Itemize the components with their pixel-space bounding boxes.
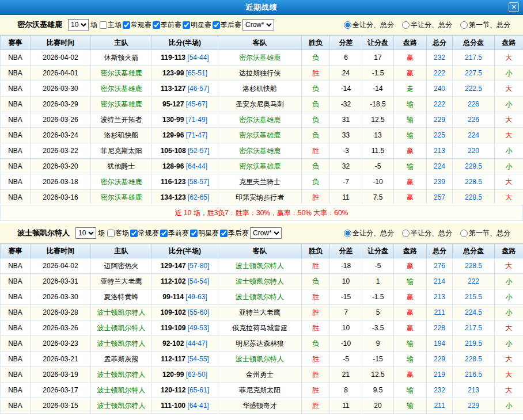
total-cell: 213 xyxy=(427,289,453,305)
league-cell: NBA xyxy=(1,367,31,383)
game-row: NBA2026-03-30夏洛特黄蜂99-114 [49-63]波士顿凯尔特人胜… xyxy=(1,289,523,305)
diff-cell: -32 xyxy=(330,97,362,112)
handicap-cell: -10 xyxy=(362,174,394,190)
diff-cell: 33 xyxy=(330,128,362,143)
result-cell: 胜 xyxy=(302,289,330,305)
checkbox-input[interactable] xyxy=(123,21,130,29)
result-cell: 胜 xyxy=(302,190,330,205)
game-row: NBA2026-03-18密尔沃基雄鹿116-123 [58-57]克里夫兰骑士… xyxy=(1,174,523,190)
away-team-cell: 波士顿凯尔特人 xyxy=(218,274,302,289)
games-unit-label: 场 xyxy=(90,20,97,30)
total-cell: 211 xyxy=(427,398,453,414)
total-cell: 276 xyxy=(427,258,453,274)
radio-label: 半让分、总分 xyxy=(411,228,452,238)
filter-checkbox[interactable]: 明星赛 xyxy=(183,20,211,30)
total-cell: 257 xyxy=(427,190,453,205)
table-body: NBA2026-04-02迈阿密热火129-147 [57-80]波士顿凯尔特人… xyxy=(1,258,523,414)
checkbox-input[interactable] xyxy=(160,230,168,237)
checkbox-input[interactable] xyxy=(183,21,190,29)
result-cell: 胜 xyxy=(302,66,330,81)
league-cell: NBA xyxy=(1,174,31,190)
games-count-select[interactable]: 10 xyxy=(75,227,96,239)
result-cell: 负 xyxy=(302,97,330,112)
away-team-cell: 俄克拉荷马城雷霆 xyxy=(218,320,302,336)
odds-type-radio[interactable]: 全让分、总分 xyxy=(344,20,394,30)
checkbox-label: 常规赛 xyxy=(138,228,159,238)
handicap-cell: 7.5 xyxy=(362,190,394,205)
checkbox-input[interactable] xyxy=(153,21,160,29)
total-line-cell: 217.5 xyxy=(453,50,495,66)
checkbox-input[interactable] xyxy=(130,230,138,237)
checkbox-label: 主场 xyxy=(108,20,122,30)
handicap-result-cell: 输 xyxy=(394,398,427,414)
full-score: 134-123 xyxy=(161,193,186,201)
filter-checkbox[interactable]: 明星赛 xyxy=(190,228,219,238)
filter-checkbox[interactable]: 客场 xyxy=(107,228,129,238)
radio-input[interactable] xyxy=(344,230,351,237)
total-line-cell: 228.5 xyxy=(453,190,495,205)
away-team-cell: 亚特兰大老鹰 xyxy=(218,305,302,320)
team-name: 密尔沃基雄鹿 xyxy=(17,20,62,30)
league-cell: NBA xyxy=(1,320,31,336)
total-cell: 222 xyxy=(427,66,453,81)
total-line-cell: 226 xyxy=(453,112,495,128)
bookmaker-select[interactable]: Crow* xyxy=(250,227,282,239)
diff-cell: -18 xyxy=(330,258,362,274)
odds-type-radio[interactable]: 半让分、总分 xyxy=(402,20,452,30)
radio-input[interactable] xyxy=(344,21,351,29)
column-header: 客队 xyxy=(218,244,302,258)
game-row: NBA2026-03-30密尔沃基雄鹿113-127 [46-57]洛杉矶快船负… xyxy=(1,81,523,97)
filter-checkbox[interactable]: 季后赛 xyxy=(213,20,241,30)
ou-result-cell: 大 xyxy=(495,190,523,205)
result-cell: 负 xyxy=(302,174,330,190)
section-boston-celtics: 波士顿凯尔特人 10 场 客场常规赛季前赛明星赛季后赛 Crow* 全让分、总分… xyxy=(0,223,523,414)
odds-type-radio[interactable]: 第一节、总分 xyxy=(460,228,510,238)
score-cell: 120-99 [63-50] xyxy=(152,367,218,383)
diff-cell: 10 xyxy=(330,320,362,336)
away-team-cell: 波士顿凯尔特人 xyxy=(218,258,302,274)
games-count-select[interactable]: 10 xyxy=(68,19,89,30)
home-team-cell: 波士顿凯尔特人 xyxy=(91,398,152,414)
filter-checkbox[interactable]: 常规赛 xyxy=(123,20,151,30)
column-header: 盘路 xyxy=(394,36,427,50)
full-score: 129-147 xyxy=(161,262,186,270)
date-cell: 2026-04-02 xyxy=(31,50,91,66)
date-cell: 2026-03-22 xyxy=(31,143,91,159)
total-cell: 229 xyxy=(427,352,453,367)
score-cell: 123-99 [65-51] xyxy=(152,66,218,81)
odds-type-radio[interactable]: 第一节、总分 xyxy=(460,20,510,30)
radio-input[interactable] xyxy=(402,230,410,237)
handicap-result-cell: 赢 xyxy=(394,305,427,320)
home-team-cell: 波特兰开拓者 xyxy=(91,112,152,128)
radio-input[interactable] xyxy=(460,230,468,237)
handicap-cell: -18.5 xyxy=(362,97,394,112)
radio-input[interactable] xyxy=(460,21,468,29)
filter-checkbox[interactable]: 主场 xyxy=(100,20,122,30)
full-score: 99-114 xyxy=(162,293,184,301)
half-score: [65-51] xyxy=(186,69,207,77)
filter-checkbox[interactable]: 季前赛 xyxy=(160,228,189,238)
dialog-titlebar: 近期战绩 ✕ xyxy=(0,0,523,15)
close-icon[interactable]: ✕ xyxy=(509,2,519,12)
result-cell: 负 xyxy=(302,50,330,66)
checkbox-input[interactable] xyxy=(100,21,107,29)
league-cell: NBA xyxy=(1,159,31,174)
full-score: 130-99 xyxy=(162,116,184,124)
table-header: 赛事比赛时间主队比分(半场)客队胜负分差让分盘盘路总分总分盘盘路 xyxy=(1,36,523,50)
odds-type-radio[interactable]: 全让分、总分 xyxy=(344,228,394,238)
ou-result-cell: 大 xyxy=(495,320,523,336)
score-cell: 95-127 [45-67] xyxy=(152,97,218,112)
bookmaker-select[interactable]: Crow* xyxy=(242,19,274,30)
filter-checkbox-group: 主场常规赛季前赛明星赛季后赛 xyxy=(100,20,242,30)
checkbox-input[interactable] xyxy=(190,230,198,237)
radio-input[interactable] xyxy=(402,21,410,29)
checkbox-input[interactable] xyxy=(107,230,115,237)
filter-checkbox[interactable]: 季后赛 xyxy=(220,228,249,238)
odds-type-radio[interactable]: 半让分、总分 xyxy=(402,228,452,238)
handicap-result-cell: 赢 xyxy=(394,66,427,81)
checkbox-input[interactable] xyxy=(220,230,228,237)
filter-checkbox[interactable]: 季前赛 xyxy=(153,20,181,30)
filter-checkbox[interactable]: 常规赛 xyxy=(130,228,159,238)
checkbox-input[interactable] xyxy=(213,21,220,29)
away-team-cell: 圣安东尼奥马刺 xyxy=(218,97,302,112)
